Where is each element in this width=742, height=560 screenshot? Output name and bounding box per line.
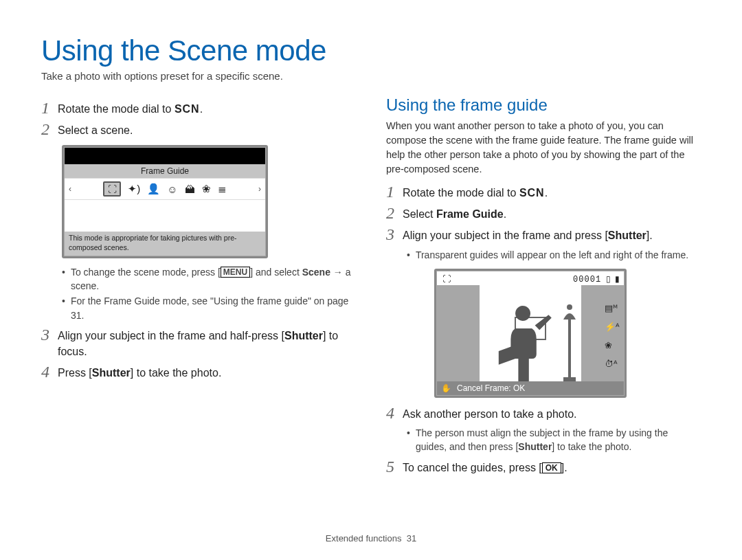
step-number: 5: [386, 458, 403, 475]
text: ].: [561, 462, 567, 473]
text: ] to take the photo.: [131, 367, 222, 379]
r-step-3-notes: • Transparent guides will appear on the …: [407, 248, 701, 262]
footer-section-name: Extended functions: [326, 533, 402, 544]
r-step-3: 3 Align your subject in the frame and pr…: [386, 227, 701, 243]
text: ].: [647, 229, 653, 241]
note-text: Transparent guides will appear on the le…: [416, 248, 688, 262]
bold-text: Scene: [302, 267, 330, 278]
note-text: To change the scene mode, press [MENU] a…: [71, 265, 356, 293]
step-text: Select Frame Guide.: [403, 206, 506, 222]
text: ] and select: [250, 267, 302, 278]
photographer-silhouette: [485, 306, 561, 381]
text-icon: ≣: [218, 183, 227, 195]
text: .: [504, 208, 506, 220]
text: To change the scene mode, press [: [71, 267, 221, 278]
lcd-right-indicators: ▤ᴹ ⚡ᴬ ❀ ⏱ᴬ: [605, 303, 620, 369]
lcd-icon-row: ‹ ⛶ ✦) 👤 ☺ 🏔 ❀ ≣ ›: [65, 178, 265, 200]
note-text: The person must align the subject in the…: [416, 426, 701, 454]
step-number: 2: [386, 205, 403, 221]
lcd-scene-label: Frame Guide: [65, 164, 265, 178]
lcd-viewport: ▤ᴹ ⚡ᴬ ❀ ⏱ᴬ: [437, 285, 624, 381]
storage-icon: ▯: [606, 274, 611, 284]
two-column-layout: 1 Rotate the mode dial to SCN. 2 Select …: [41, 96, 701, 480]
guide-overlay-left: [437, 285, 480, 381]
bold-text: Shutter: [518, 441, 552, 452]
text: .: [545, 187, 548, 199]
text: To cancel the guides, press [: [403, 462, 542, 473]
page-footer: Extended functions 31: [0, 533, 742, 544]
timer-icon: ⏱ᴬ: [605, 359, 620, 369]
text: Rotate the mode dial to: [403, 187, 519, 199]
r-step-1: 1 Rotate the mode dial to SCN.: [386, 185, 701, 201]
bullet-dot: •: [62, 265, 65, 293]
hand-icon: ✋: [441, 383, 451, 393]
page-title: Using the Scene mode: [41, 34, 701, 67]
bold-text: Shutter: [92, 367, 131, 379]
flash-icon: ⚡ᴬ: [605, 322, 620, 332]
text: Press [: [58, 367, 92, 379]
ok-button-icon: OK: [542, 462, 561, 473]
macro-icon: ❀: [605, 340, 620, 350]
lcd-empty-area: [65, 200, 265, 232]
left-column: 1 Rotate the mode dial to SCN. 2 Select …: [41, 96, 356, 480]
children-icon: ☺: [167, 183, 177, 195]
r-step-4-notes: • The person must align the subject in t…: [407, 426, 701, 454]
bullet-dot: •: [62, 294, 65, 322]
r-step-2: 2 Select Frame Guide.: [386, 206, 701, 222]
step-3: 3 Align your subject in the frame and ha…: [41, 328, 356, 359]
bullet-dot: •: [407, 426, 410, 454]
step-number: 3: [41, 326, 58, 343]
step-text: Press [Shutter] to take the photo.: [58, 365, 221, 381]
lcd-frame-guide: ⛶ 00001 ▯ ▮ ▤ᴹ ⚡ᴬ ❀: [434, 269, 627, 398]
step-number: 4: [41, 363, 58, 380]
chevron-right-icon: ›: [258, 184, 261, 194]
r-step-5: 5 To cancel the guides, press [OK].: [386, 460, 701, 475]
step-2: 2 Select a scene.: [41, 122, 356, 138]
step-text: Select a scene.: [58, 122, 133, 138]
step-number: 4: [386, 405, 403, 421]
step-number: 2: [41, 121, 58, 137]
text: ] to take the photo.: [552, 441, 631, 452]
landscape-icon: 🏔: [185, 183, 195, 195]
lcd-scene-select: Frame Guide ‹ ⛶ ✦) 👤 ☺ 🏔 ❀ ≣ ›: [62, 145, 268, 258]
chevron-left-icon: ‹: [69, 184, 71, 194]
step-number: 3: [386, 226, 403, 243]
step-text: Rotate the mode dial to SCN.: [403, 185, 548, 201]
svg-point-1: [567, 304, 572, 310]
scn-icon: SCN: [519, 187, 545, 199]
step-2-notes: • To change the scene mode, press [MENU]…: [62, 265, 356, 322]
menu-button-icon: MENU: [221, 267, 250, 278]
step-1: 1 Rotate the mode dial to SCN.: [41, 101, 356, 117]
step-text: Align your subject in the frame and half…: [58, 328, 356, 359]
section-heading: Using the frame guide: [386, 96, 701, 115]
text: Align your subject in the frame and pres…: [403, 229, 608, 241]
step-number: 1: [386, 183, 403, 200]
lcd-top-bar: ⛶ 00001 ▯ ▮: [437, 271, 624, 285]
lcd-bottom-text: Cancel Frame: OK: [457, 383, 525, 393]
step-number: 1: [41, 100, 58, 116]
resolution-icon: ▤ᴹ: [605, 303, 620, 313]
frame-guide-mode-icon: ⛶: [442, 274, 451, 284]
bold-text: Shutter: [284, 330, 323, 341]
right-column: Using the frame guide When you want anot…: [386, 96, 701, 480]
battery-icon: ▮: [615, 274, 620, 284]
section-para: When you want another person to take a p…: [386, 119, 701, 177]
footer-page-number: 31: [407, 533, 416, 544]
portrait-icon: 👤: [147, 183, 160, 195]
r-step-4: 4 Ask another person to take a photo.: [386, 406, 701, 422]
step-text: Align your subject in the frame and pres…: [403, 227, 653, 243]
lcd-black-bar: [65, 148, 265, 164]
page-subtitle: Take a photo with options preset for a s…: [41, 70, 701, 82]
closeup-icon: ❀: [202, 183, 211, 195]
text: Select: [403, 208, 436, 220]
note-text: For the Frame Guide mode, see "Using the…: [71, 294, 356, 322]
night-icon: ✦): [128, 183, 140, 195]
street-lamp: [561, 300, 578, 381]
lcd-bottom-bar: ✋ Cancel Frame: OK: [437, 381, 624, 395]
step-text: To cancel the guides, press [OK].: [403, 460, 567, 475]
svg-rect-2: [563, 377, 576, 381]
manual-page: Using the Scene mode Take a photo with o…: [0, 0, 742, 560]
text: Rotate the mode dial to: [58, 103, 175, 115]
frame-guide-icon: ⛶: [103, 181, 121, 197]
text: Align your subject in the frame and half…: [58, 330, 284, 341]
